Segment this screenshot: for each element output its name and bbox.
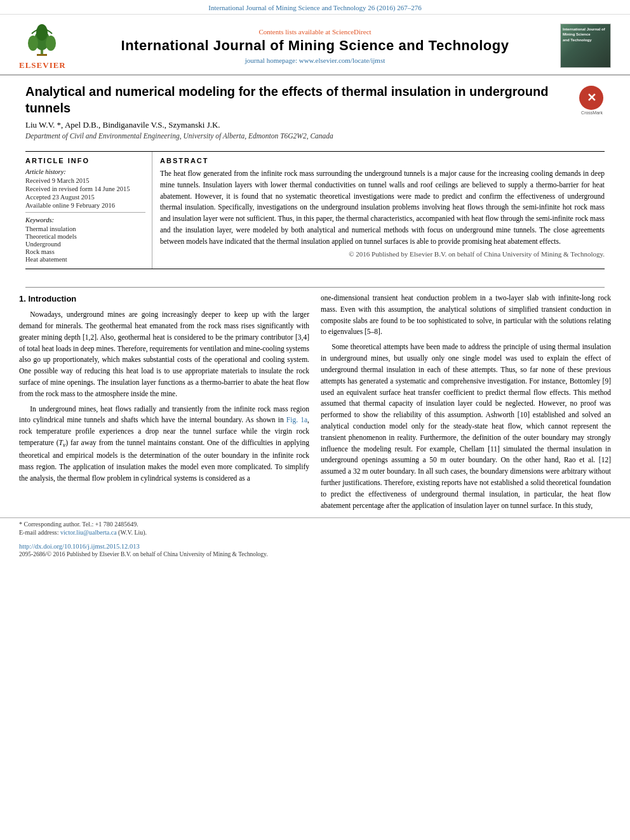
footnote-corresponding: * Corresponding author. Tel.: +1 780 248… <box>19 521 611 528</box>
sciencedirect-notice: Contents lists available at ScienceDirec… <box>76 28 554 36</box>
section1-heading: 1. Introduction <box>19 293 309 305</box>
crossmark-icon: ✕ <box>579 86 603 110</box>
article-content: Analytical and numerical modeling for th… <box>0 76 630 282</box>
journal-header: ELSEVIER Contents lists available at Sci… <box>0 15 630 76</box>
elsevier-tree-icon <box>19 21 65 59</box>
elsevier-logo: ELSEVIER <box>19 21 76 70</box>
abstract-heading: ABSTRACT <box>160 157 605 164</box>
svg-point-2 <box>28 36 38 51</box>
body-columns: 1. Introduction Nowadays, underground mi… <box>0 293 630 515</box>
journal-cover-thumbnail: International Journal ofMining Sciencean… <box>560 23 611 68</box>
keyword-3: Underground <box>25 241 145 248</box>
article-info-section: ARTICLE INFO Article history: Received 9… <box>25 151 605 269</box>
journal-homepage: journal homepage: www.elsevier.com/locat… <box>76 57 554 64</box>
elsevier-logo-area: ELSEVIER <box>19 21 76 70</box>
abstract-text: The heat flow generated from the infinit… <box>160 168 605 248</box>
article-history-label: Article history: <box>25 168 145 175</box>
body-column-left: 1. Introduction Nowadays, underground mi… <box>19 293 309 515</box>
journal-header-center: Contents lists available at ScienceDirec… <box>76 28 554 64</box>
journal-thumbnail-area: International Journal ofMining Sciencean… <box>554 23 611 68</box>
article-title-section: Analytical and numerical modeling for th… <box>25 83 605 146</box>
keyword-4: Rock mass <box>25 248 145 255</box>
journal-title: International Journal of Mining Science … <box>76 37 554 54</box>
body-col1-para1: Nowadays, underground mines are going in… <box>19 309 309 400</box>
svg-point-3 <box>46 36 56 51</box>
keyword-5: Heat abatement <box>25 256 145 263</box>
article-info-panel: ARTICLE INFO Article history: Received 9… <box>25 152 152 269</box>
svg-point-4 <box>36 24 48 41</box>
article-info-heading: ARTICLE INFO <box>25 157 145 164</box>
article-title: Analytical and numerical modeling for th… <box>25 83 573 146</box>
body-col1-para2: In underground mines, heat flows radiall… <box>19 404 309 484</box>
journal-citation: International Journal of Mining Science … <box>208 4 421 11</box>
crossmark-label: CrossMark <box>579 110 605 115</box>
doi-area: http://dx.doi.org/10.1016/j.ijmst.2015.1… <box>0 538 630 559</box>
info-divider <box>25 212 145 213</box>
received-date: Received 9 March 2015 <box>25 177 145 184</box>
body-col2-para1: one-dimensional transient heat conductio… <box>321 293 611 338</box>
abstract-copyright: © 2016 Published by Elsevier B.V. on beh… <box>160 250 605 258</box>
body-column-right: one-dimensional transient heat conductio… <box>321 293 611 515</box>
article-authors: Liu W.V. *, Apel D.B., Bindiganavile V.S… <box>25 120 573 130</box>
issn-line: 2095-2686/© 2016 Published by Elsevier B… <box>19 551 611 557</box>
journal-top-bar: International Journal of Mining Science … <box>0 0 630 15</box>
available-date: Available online 9 February 2016 <box>25 202 145 209</box>
journal-cover-text: International Journal ofMining Sciencean… <box>563 27 605 43</box>
accepted-date: Accepted 23 August 2015 <box>25 194 145 201</box>
homepage-url: www.elsevier.com/locate/ijmst <box>299 57 385 64</box>
abstract-section: ABSTRACT The heat flow generated from th… <box>152 152 605 269</box>
article-affiliation: Department of Civil and Environmental En… <box>25 132 573 140</box>
body-divider <box>25 287 605 288</box>
elsevier-wordmark: ELSEVIER <box>19 60 66 70</box>
svg-rect-5 <box>37 54 47 56</box>
keywords-label: Keywords: <box>25 217 145 223</box>
footnote-email: E-mail address: victor.liu@ualberta.ca (… <box>19 529 611 536</box>
keyword-2: Theoretical models <box>25 233 145 240</box>
keyword-1: Thermal insulation <box>25 225 145 232</box>
page: International Journal of Mining Science … <box>0 0 630 840</box>
crossmark-badge: ✕ CrossMark <box>579 86 605 111</box>
doi-link[interactable]: http://dx.doi.org/10.1016/j.ijmst.2015.1… <box>19 543 140 550</box>
received-revised-date: Received in revised form 14 June 2015 <box>25 185 145 192</box>
body-col2-para2: Some theoretical attempts have been made… <box>321 342 611 511</box>
sciencedirect-name: ScienceDirect <box>332 28 372 36</box>
email-link[interactable]: victor.liu@ualberta.ca <box>60 529 117 536</box>
keywords-list: Thermal insulation Theoretical models Un… <box>25 225 145 263</box>
footnote-area: * Corresponding author. Tel.: +1 780 248… <box>0 517 630 538</box>
